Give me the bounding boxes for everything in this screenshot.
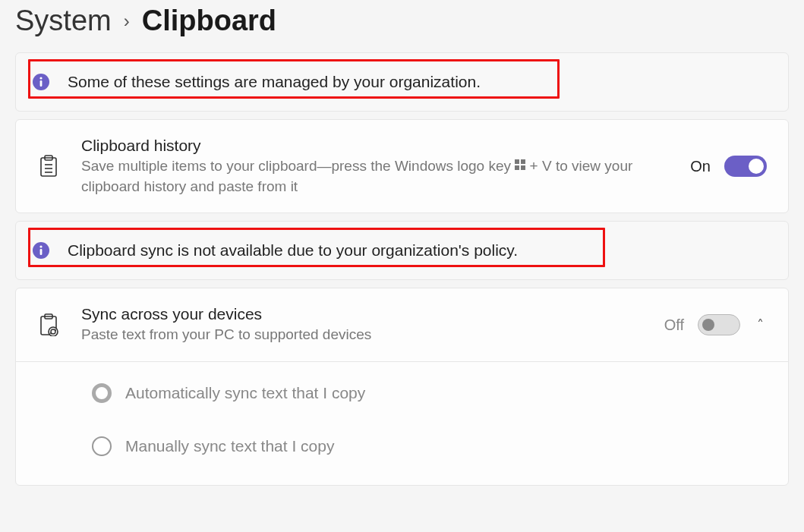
sync-devices-title: Sync across your devices [81,305,643,323]
svg-rect-7 [515,159,519,164]
org-managed-banner: Some of these settings are managed by yo… [15,52,789,112]
sync-devices-state-label: Off [664,316,684,334]
windows-logo-icon [515,156,525,175]
highlight-annotation [28,228,605,267]
sync-devices-toggle[interactable] [698,314,740,335]
svg-rect-8 [521,159,525,164]
sync-options-panel: Automatically sync text that I copy Manu… [16,361,788,485]
sync-option-auto[interactable]: Automatically sync text that I copy [92,383,758,403]
sync-devices-setting: Sync across your devices Paste text from… [15,288,789,486]
breadcrumb-current: Clipboard [142,5,276,37]
clipboard-history-title: Clipboard history [81,137,669,155]
svg-rect-10 [521,165,525,170]
sync-devices-description: Paste text from your PC to supported dev… [81,325,643,345]
clipboard-history-state-label: On [690,158,711,175]
sync-option-manual-label: Manually sync text that I copy [125,437,334,455]
sync-policy-banner: Clipboard sync is not available due to y… [15,221,789,280]
chevron-right-icon: › [124,11,130,32]
radio-icon [92,436,112,456]
sync-devices-icon [37,313,60,336]
clipboard-history-setting: Clipboard history Save multiple items to… [15,119,789,213]
radio-icon [92,383,112,403]
clipboard-history-toggle[interactable] [724,156,767,177]
sync-option-auto-label: Automatically sync text that I copy [125,384,365,402]
clipboard-icon [37,155,60,178]
highlight-annotation [28,59,560,99]
sync-option-manual[interactable]: Manually sync text that I copy [92,436,758,456]
svg-rect-9 [515,165,519,170]
svg-point-15 [49,327,58,336]
chevron-up-icon[interactable]: ˄ [754,316,767,333]
breadcrumb: System › Clipboard [15,0,789,52]
breadcrumb-parent[interactable]: System [15,5,112,37]
clipboard-history-description: Save multiple items to your clipboard—pr… [81,156,669,196]
